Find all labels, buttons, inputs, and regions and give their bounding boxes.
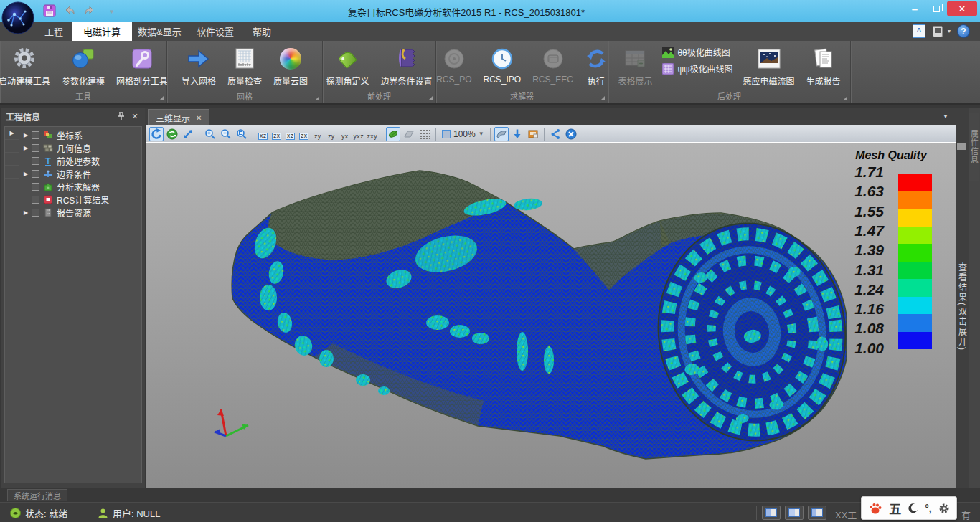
view-iso2-button[interactable]: yxz (352, 127, 365, 141)
menu-dropdown-icon[interactable]: ▼ (946, 24, 953, 38)
expander-icon[interactable]: ▶ (20, 145, 32, 151)
layout-split-button[interactable] (785, 506, 804, 520)
import-mesh-button[interactable]: 导入网格 (176, 44, 222, 87)
collapse-ribbon-button[interactable]: ^ (913, 24, 925, 38)
menu-tab-help[interactable]: 帮助 (241, 22, 283, 41)
tree-item-geometry[interactable]: ▶ 几何信息 (20, 141, 141, 154)
share-button[interactable] (548, 127, 562, 141)
ime-moon-icon[interactable] (908, 503, 918, 513)
expander-icon[interactable]: ▶ (20, 171, 32, 177)
tab-close-icon[interactable]: ✕ (196, 114, 202, 122)
tab-3d-display[interactable]: 三维显示 ✕ (148, 109, 209, 125)
tree-item-solver[interactable]: 分析求解器 (20, 180, 141, 193)
solver-rcs-ipo-button[interactable]: RCS_IPO (478, 44, 527, 85)
menu-tab-settings[interactable]: 软件设置 (185, 22, 245, 41)
ime-paw-icon[interactable] (868, 501, 882, 516)
flat-display-button[interactable] (402, 127, 416, 141)
tree-item-preprocess-params[interactable]: T 前处理参数 (20, 154, 141, 167)
close-view-button[interactable] (564, 127, 578, 141)
checkbox[interactable] (32, 196, 39, 204)
zoom-level-select[interactable]: 100% ▼ (439, 127, 487, 141)
layout-bottom-panel-button[interactable] (808, 506, 826, 520)
checkbox[interactable] (32, 144, 39, 152)
properties-collapsed-tab[interactable]: 属性信息 (969, 113, 979, 181)
redo-icon[interactable] (83, 4, 96, 17)
zoom-in-button[interactable] (203, 127, 217, 141)
expander-icon[interactable]: ▶ (20, 132, 32, 138)
ime-punctuation-label[interactable]: °, (925, 503, 932, 514)
group-dialog-launcher-icon[interactable] (159, 96, 164, 100)
save-icon[interactable] (43, 4, 56, 17)
checkbox[interactable] (32, 157, 39, 165)
checkbox[interactable] (32, 131, 39, 139)
menu-tab-data-display[interactable]: 数据&显示 (126, 22, 193, 41)
layout-left-panel-button[interactable] (762, 506, 781, 520)
zoom-fit-button[interactable] (235, 127, 249, 141)
table-display-button[interactable]: 表格展示 (612, 44, 658, 87)
tab-list-dropdown-icon[interactable]: ▼ (943, 113, 948, 120)
zoom-out-button[interactable] (219, 127, 233, 141)
app-logo[interactable] (1, 1, 34, 34)
view-iso-button[interactable]: yx (338, 127, 352, 141)
expander-icon[interactable]: ▶ (9, 130, 14, 136)
launch-modeling-tool-button[interactable]: 启动建模工具 (0, 44, 56, 87)
pin-icon[interactable] (118, 112, 129, 120)
export-down-button[interactable] (510, 127, 524, 141)
orbit-rotate-button[interactable] (149, 127, 164, 141)
solver-rcs-po-button[interactable]: RCS_PO (430, 44, 477, 85)
view-left-button[interactable]: xz (283, 127, 297, 141)
ime-mode-label[interactable]: 五 (889, 499, 901, 517)
group-dialog-launcher-icon[interactable] (843, 96, 847, 100)
close-panel-icon[interactable]: ✕ (129, 112, 141, 121)
refresh-view-button[interactable] (165, 127, 179, 141)
quality-check-button[interactable]: 质量检查 (222, 44, 268, 87)
results-strip[interactable]: 查看结果(双击展开) (956, 125, 969, 488)
theta-polarization-curve-button[interactable]: θθ极化曲线图 (662, 46, 732, 58)
checkbox[interactable] (32, 170, 39, 178)
letter-t-icon: T (42, 156, 54, 166)
ime-toolbar[interactable]: 五 °, (861, 496, 957, 520)
capture-button[interactable] (526, 127, 540, 141)
group-dialog-launcher-icon[interactable] (428, 96, 433, 100)
induced-current-map-button[interactable]: 感应电磁流图 (738, 44, 801, 87)
psi-polarization-curve-button[interactable]: ψψ极化曲线图 (662, 62, 732, 75)
keyboard-icon[interactable] (930, 24, 945, 38)
meshing-tool-button[interactable]: 网格剖分工具 (110, 44, 174, 87)
smooth-surface-button[interactable] (494, 127, 509, 141)
view-back-button[interactable]: zx (270, 127, 283, 141)
view-bottom-button[interactable]: zy (324, 127, 338, 141)
generate-report-button[interactable]: 生成报告 (801, 44, 847, 87)
parametric-modeling-button[interactable]: 参数化建模 (56, 44, 110, 87)
help-button[interactable]: ? (957, 24, 970, 38)
view-top-button[interactable]: zy (311, 127, 324, 141)
checkbox[interactable] (32, 183, 39, 191)
ime-settings-gear-icon[interactable] (938, 503, 950, 514)
undo-icon[interactable] (63, 4, 76, 17)
checkbox[interactable] (32, 209, 39, 217)
quick-access-dropdown-icon[interactable]: ▼ (109, 9, 115, 15)
shaded-display-button[interactable] (386, 127, 400, 141)
group-dialog-launcher-icon[interactable] (315, 96, 319, 100)
menu-tab-em-computation[interactable]: 电磁计算 (72, 22, 132, 41)
view-iso3-button[interactable]: zxy (365, 127, 379, 141)
view-right-button[interactable]: zx (297, 127, 311, 141)
system-message-tab[interactable]: 系统运行消息 (7, 489, 67, 501)
strip-scrollbar[interactable] (957, 143, 966, 150)
quality-cloud-button[interactable]: 质量云图 (268, 44, 314, 87)
minimize-button[interactable]: – (905, 1, 924, 16)
restore-button[interactable] (927, 1, 946, 16)
tree-item-report-resources[interactable]: ▶ 报告资源 (20, 206, 141, 219)
wireframe-display-button[interactable] (418, 127, 432, 141)
pan-zoom-button[interactable] (181, 127, 195, 141)
probe-angle-button[interactable]: 探测角定义 (320, 44, 374, 87)
boundary-settings-button[interactable]: 边界条件设置 (375, 44, 438, 87)
tree-item-boundary-conditions[interactable]: ▶ 边界条件 (20, 167, 141, 180)
group-dialog-launcher-icon[interactable] (600, 96, 605, 100)
tree-item-coordinate-system[interactable]: ▶ 坐标系 (20, 128, 141, 141)
expander-icon[interactable]: ▶ (20, 209, 32, 216)
close-button[interactable]: ✕ (947, 1, 977, 16)
tree-item-rcs-results[interactable]: RCS计算结果 (20, 193, 141, 206)
solver-rcs-eec-button[interactable]: RCS_EEC (527, 44, 579, 85)
menu-tab-project[interactable]: 工程 (33, 22, 75, 41)
view-front-button[interactable]: xz (256, 127, 270, 141)
